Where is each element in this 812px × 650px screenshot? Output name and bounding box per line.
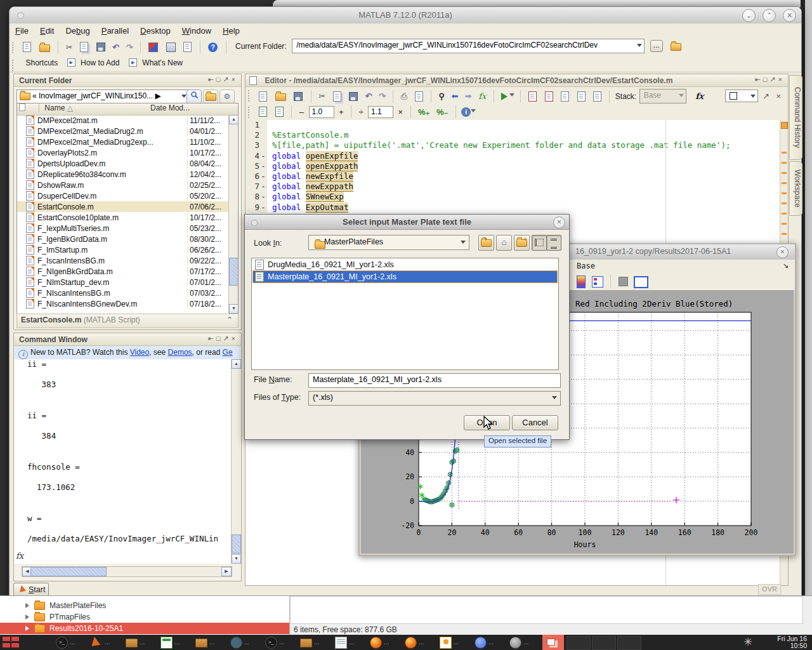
home-button[interactable]: ⌂ <box>496 235 512 251</box>
redo-icon[interactable]: ↷ <box>379 91 386 101</box>
multiply-step-button[interactable]: × <box>398 107 403 117</box>
video-link[interactable]: Video <box>130 348 149 357</box>
taskbar-app[interactable]: ... <box>91 636 122 649</box>
folder-up-icon[interactable] <box>671 43 681 51</box>
console-output[interactable]: ii = 383 ii = 384 fhconsole = 173.1062 w… <box>15 359 232 564</box>
file-row[interactable]: DMPexcel2mat_MediaDrug2.m04/01/2... <box>17 126 229 136</box>
shortcut-how-to-add[interactable]: How to Add <box>81 58 119 67</box>
toolbar-drag-handle[interactable] <box>12 42 15 53</box>
help-icon[interactable]: ? <box>208 43 218 52</box>
maximize-button[interactable]: ⌃ <box>763 9 776 22</box>
run-options-chevron[interactable] <box>509 93 514 99</box>
dialog-titlebar[interactable]: Select input Master Plate text file ✕ <box>245 215 569 230</box>
taskbar-app[interactable]: >_... <box>265 636 297 649</box>
simulink-icon[interactable] <box>148 43 158 52</box>
dock-icon[interactable]: ⇤ <box>207 335 216 342</box>
decrease-font-button[interactable]: – <box>299 107 304 117</box>
step-in-icon[interactable] <box>577 91 586 102</box>
close-button[interactable]: ✕ <box>783 9 796 22</box>
taskbar-app[interactable]: ... <box>230 636 262 649</box>
file-row[interactable]: EstartConsole.m07/06/2... <box>17 201 229 212</box>
collapse-icon[interactable]: ⌃ <box>226 315 233 324</box>
file-row[interactable]: F_NIscanIntensBGnewDev.m07/18/2... <box>17 298 229 309</box>
file-detail-bar[interactable]: EstartConsole.m (MATLAB Script) ⌃ <box>16 314 239 328</box>
warning-mark[interactable] <box>782 192 787 194</box>
guide-icon[interactable] <box>166 43 176 52</box>
folder-up-button[interactable]: ↑ <box>478 235 494 251</box>
colormap-icon[interactable] <box>577 275 586 288</box>
close-figure-button[interactable]: ✕ <box>776 246 789 258</box>
cancel-button[interactable]: Cancel <box>512 415 558 430</box>
paste-icon[interactable] <box>96 43 105 51</box>
expand-arrow-icon[interactable] <box>25 626 29 631</box>
gray-swatch-icon[interactable] <box>619 277 628 286</box>
dialog-menu-icon[interactable] <box>251 220 258 226</box>
shortcut-icon[interactable]: ▸ <box>129 58 137 67</box>
save-icon[interactable] <box>294 92 303 101</box>
warning-mark[interactable] <box>782 152 787 154</box>
run-icon[interactable] <box>501 93 508 100</box>
taskbar-app[interactable]: ... <box>509 636 541 649</box>
maximize-panel-icon[interactable]: □ <box>763 76 770 83</box>
tree-row[interactable]: Results2016-10-25A1 <box>0 623 289 634</box>
close-panel-icon[interactable]: × <box>232 335 238 342</box>
find-icon[interactable]: ⚲ <box>438 91 445 101</box>
copy-icon[interactable] <box>80 42 88 52</box>
actions-gear-button[interactable]: ⚙ <box>219 90 235 104</box>
fx-button[interactable]: f𝑥 <box>695 91 704 101</box>
taskbar-clock[interactable]: Fri Jun 16 10:50 <box>777 635 807 649</box>
menu-parallel[interactable]: Parallel <box>96 23 134 36</box>
copy-icon[interactable] <box>333 91 341 102</box>
maximize-panel-icon[interactable]: □ <box>216 335 223 342</box>
scrollbar-vertical[interactable]: ▲ ▼ <box>231 359 240 564</box>
open-file-icon[interactable] <box>275 93 286 101</box>
shortcuts-drag-handle[interactable] <box>12 60 15 71</box>
goto-function-icon[interactable]: f𝑥 <box>478 91 486 101</box>
fx-prompt-icon[interactable]: fx <box>16 551 23 560</box>
undo-icon[interactable]: ↶ <box>112 43 119 52</box>
insert-cell-icon[interactable] <box>259 107 267 117</box>
scrollbar-thumb[interactable] <box>229 258 239 286</box>
scrollbar-thumb[interactable] <box>232 534 241 554</box>
taskbar-app[interactable]: ... <box>126 636 157 649</box>
file-row[interactable]: EstartConsole10plate.m10/17/2... <box>17 212 229 223</box>
warning-mark[interactable] <box>782 202 787 204</box>
column-name[interactable]: Name <box>41 103 65 112</box>
grid-view-button[interactable] <box>532 235 547 251</box>
warning-mark[interactable] <box>782 162 787 164</box>
collapse-arrow-icon[interactable]: ↘ <box>783 262 789 270</box>
warning-mark[interactable] <box>782 223 787 225</box>
expand-arrow-icon[interactable] <box>25 614 29 620</box>
undock-icon[interactable]: ↗ <box>769 76 778 83</box>
list-view-button[interactable] <box>546 235 561 251</box>
divide-step-button[interactable]: ÷ <box>358 107 363 117</box>
warning-mark[interactable] <box>782 233 787 235</box>
scrollbar-thumb[interactable] <box>30 567 107 576</box>
current-folder-combobox[interactable]: /media/data/EASY/InovImager_jwrCF_WINLin… <box>292 39 645 53</box>
maximize-panel-icon[interactable]: □ <box>216 76 223 83</box>
taskbar-app[interactable]: ... <box>475 636 506 649</box>
file-row[interactable]: DMPexcel2mat.m11/11/2... <box>17 115 229 126</box>
files-of-type-combobox[interactable]: (*.xls) <box>308 391 561 406</box>
cut-icon[interactable]: ✂ <box>66 43 73 52</box>
window-menu-icon[interactable] <box>17 12 24 19</box>
tree-row[interactable]: PTmapFiles <box>0 611 289 623</box>
scroll-up-arrow[interactable]: ▲ <box>229 115 239 124</box>
file-row[interactable]: F_IexpMultiTseries.m05/23/2... <box>17 223 229 234</box>
tab-command-history[interactable]: Command History <box>789 75 802 160</box>
new-script-icon[interactable] <box>23 42 31 52</box>
undo-icon[interactable]: ↶ <box>365 91 372 101</box>
dock-icon[interactable]: ⇤ <box>754 76 763 83</box>
dialog-file-row[interactable]: DrugMedia_16_0921_MI_yor1-2.xls <box>253 259 557 270</box>
scroll-up-arrow[interactable]: ▲ <box>232 359 241 369</box>
info-icon[interactable]: i <box>461 107 471 117</box>
taskbar-active-window[interactable] <box>542 635 564 650</box>
taskbar-app[interactable]: ... <box>300 636 332 649</box>
file-row[interactable]: F_ImStartup.m06/26/2... <box>17 244 229 255</box>
increase-font-button[interactable]: + <box>339 107 344 117</box>
redo-icon[interactable]: ↷ <box>126 43 133 52</box>
undock-icon[interactable]: ↗ <box>223 76 231 83</box>
close-editor-icon[interactable]: × <box>776 91 781 101</box>
paste-icon[interactable] <box>349 92 358 101</box>
next-cell-icon[interactable] <box>275 107 284 117</box>
